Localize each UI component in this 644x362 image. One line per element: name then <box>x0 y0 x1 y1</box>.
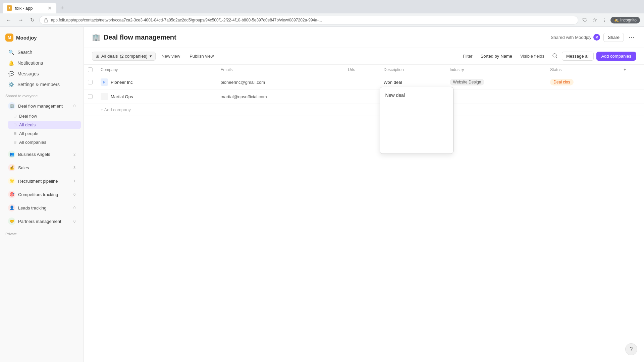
th-status: Status <box>546 65 620 75</box>
sidebar-item-all-people[interactable]: ⊞ All people <box>8 129 81 138</box>
td-extra-martial <box>620 89 644 104</box>
header-actions: Shared with Moodjoy M Share ⋯ <box>551 32 636 42</box>
sidebar-item-all-companies[interactable]: ⊞ All companies <box>8 138 81 146</box>
page-title: Deal flow management <box>104 34 176 41</box>
add-company-row[interactable]: + Add company <box>84 104 644 116</box>
description-popup[interactable]: New deal <box>380 87 453 154</box>
recruitment-icon: 🌟 <box>8 177 15 185</box>
sidebar-group-header-recruitment-pipeline[interactable]: 🌟 Recruitment pipeline 1 <box>3 175 81 187</box>
td-email-pioneer: pioneerinc@gmail.com <box>217 75 344 89</box>
description-popup-text: New deal <box>385 93 405 98</box>
view-count: (2 companies) <box>120 54 147 59</box>
sidebar-group-children-deal-flow-management: ⊞ Deal flow ⊞ All deals ⊞ All people ⊞ A… <box>0 112 84 146</box>
sales-icon: 💰 <box>8 164 15 171</box>
publish-view-button[interactable]: Publish view <box>186 52 217 60</box>
sidebar-group-recruitment-pipeline: 🌟 Recruitment pipeline 1 <box>0 175 84 187</box>
bookmark-star-btn[interactable]: ☆ <box>591 15 598 24</box>
lock-icon <box>44 18 48 22</box>
td-company-pioneer: P Pioneer Inc <box>97 75 217 89</box>
share-button[interactable]: Share <box>603 33 624 42</box>
sidebar-group-competitors-tracking: 🎯 Competitors tracking 0 <box>0 188 84 200</box>
shared-with-label: Shared with Moodjoy <box>551 35 591 40</box>
email-martial[interactable]: martial@opsofficial.com <box>221 94 267 99</box>
grid-icon-deal-flow: ⊞ <box>13 114 16 118</box>
sidebar-group-header-leads-tracking[interactable]: 👤 Leads tracking 0 <box>3 202 81 214</box>
table-search-button[interactable] <box>550 51 559 61</box>
sidebar-group-header-partners-management[interactable]: 🤝 Partners management 0 <box>3 216 81 227</box>
th-add-column[interactable]: + <box>620 65 644 75</box>
browser-chrome: f folk - app ✕ + ← → ↻ app.folk.app/apps… <box>0 0 644 27</box>
svg-point-1 <box>553 54 556 57</box>
td-url-pioneer <box>344 75 379 89</box>
sidebar-item-deal-flow[interactable]: ⊞ Deal flow <box>8 112 81 120</box>
sidebar-group-business-angels: 👥 Business Angels 2 <box>0 148 84 160</box>
sidebar-group-header-business-angels[interactable]: 👥 Business Angels 2 <box>3 148 81 160</box>
sidebar-item-search[interactable]: 🔍 Search <box>3 47 81 57</box>
forward-button[interactable]: → <box>16 16 25 24</box>
table-header: Company Emails Urls Description Industry… <box>84 65 644 75</box>
view-selector[interactable]: ⊞ All deals (2 companies) ▾ <box>92 52 156 61</box>
back-button[interactable]: ← <box>4 16 13 24</box>
new-view-button[interactable]: New view <box>158 52 184 60</box>
tab-close-button[interactable]: ✕ <box>47 5 52 11</box>
partners-icon: 🤝 <box>8 218 15 225</box>
new-tab-button[interactable]: + <box>58 3 67 13</box>
td-industry-pioneer: Website Design <box>446 75 546 89</box>
filter-button[interactable]: Filter <box>460 52 476 60</box>
th-description: Description <box>380 65 446 75</box>
email-pioneer[interactable]: pioneerinc@gmail.com <box>221 80 265 85</box>
more-options-button[interactable]: ⋯ <box>627 32 636 42</box>
group-name-sales: Sales <box>18 165 71 170</box>
table-body: P Pioneer Inc pioneerinc@gmail.com Won d… <box>84 75 644 116</box>
td-status-pioneer: Deal clos <box>546 75 620 89</box>
td-company-martial: Martial Ops ··· <box>97 89 217 104</box>
main-content: 🏢 Deal flow management Shared with Moodj… <box>84 27 644 362</box>
sidebar-item-all-deals-label: All deals <box>19 122 36 127</box>
company-name-pioneer[interactable]: Pioneer Inc <box>111 80 133 85</box>
group-name-partners-management: Partners management <box>18 219 71 224</box>
company-cell-martial: Martial Ops ··· <box>101 93 213 100</box>
row-select-pioneer[interactable] <box>88 80 93 84</box>
help-button[interactable]: ? <box>625 343 637 355</box>
sidebar-item-notifications-label: Notifications <box>17 60 43 66</box>
shield-icon-btn[interactable]: 🛡 <box>581 16 589 24</box>
sidebar-item-notifications[interactable]: 🔔 Notifications <box>3 58 81 68</box>
page-title-icon: 🏢 <box>92 33 100 41</box>
sidebar-group-header-competitors-tracking[interactable]: 🎯 Competitors tracking 0 <box>3 189 81 200</box>
row-action-btn-martial[interactable]: ··· <box>136 93 144 100</box>
reload-button[interactable]: ↻ <box>28 15 37 24</box>
td-url-martial <box>344 89 379 104</box>
td-add-company-label[interactable]: + Add company <box>97 104 644 116</box>
row-select-martial[interactable] <box>88 94 93 99</box>
browser-menu-btn[interactable]: ⋮ <box>600 15 608 24</box>
company-name-martial[interactable]: Martial Ops <box>111 94 133 99</box>
table-row: P Pioneer Inc pioneerinc@gmail.com Won d… <box>84 75 644 89</box>
message-all-button[interactable]: Message all <box>562 52 594 61</box>
sidebar-item-settings-label: Settings & members <box>17 82 60 87</box>
page-header: 🏢 Deal flow management Shared with Moodj… <box>84 27 644 48</box>
company-cell-pioneer: P Pioneer Inc <box>101 78 213 86</box>
address-text: app.folk.app/apps/contacts/network/ccaa7… <box>51 18 574 22</box>
th-checkbox <box>84 65 97 75</box>
address-bar[interactable]: app.folk.app/apps/contacts/network/ccaa7… <box>39 16 578 24</box>
company-avatar-martial <box>101 93 108 100</box>
group-count-leads-tracking: 0 <box>73 206 75 210</box>
sidebar-item-settings[interactable]: ⚙️ Settings & members <box>3 79 81 89</box>
group-name-leads-tracking: Leads tracking <box>18 205 71 210</box>
visible-fields-button[interactable]: Visible fields <box>517 52 548 60</box>
sidebar-group-header-sales[interactable]: 💰 Sales 3 <box>3 162 81 173</box>
sidebar-item-all-deals[interactable]: ⊞ All deals <box>8 121 81 129</box>
group-name-competitors-tracking: Competitors tracking <box>18 192 71 197</box>
add-companies-button[interactable]: Add companies <box>596 52 636 61</box>
group-count-business-angels: 2 <box>73 152 75 156</box>
td-description-martial: New deal <box>380 89 446 104</box>
sidebar-item-messages[interactable]: 💬 Messages <box>3 69 81 79</box>
private-section-label: Private <box>0 228 84 237</box>
share-user-badge: M <box>593 34 600 41</box>
td-industry-martial <box>446 89 546 104</box>
th-urls: Urls <box>344 65 379 75</box>
active-tab[interactable]: f folk - app ✕ <box>3 3 56 13</box>
select-all-checkbox[interactable] <box>88 67 93 72</box>
sorted-by-field[interactable]: Name <box>500 54 512 59</box>
sidebar-group-header-deal-flow-management[interactable]: 🏢 Deal flow management 0 <box>3 100 81 112</box>
